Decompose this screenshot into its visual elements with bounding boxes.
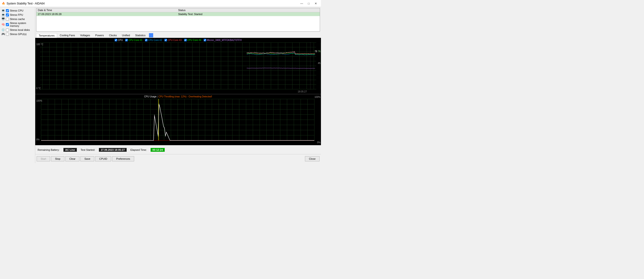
temp-chart-canvas <box>35 38 321 94</box>
cpu-usage-text: CPU Usage <box>144 95 156 98</box>
preferences-button[interactable]: Preferences <box>112 156 134 161</box>
temperature-chart: CPU CPU Core #1 CPU Core #2 CPU Core #3 <box>35 38 321 94</box>
log-col-status: Status <box>177 8 320 12</box>
stress-cache-item[interactable]: 🖥️ Stress cache <box>2 18 34 21</box>
charts-area: CPU CPU Core #1 CPU Core #2 CPU Core #3 <box>35 38 321 145</box>
bottom-buttons: Start Stop Clear Save CPUID Preferences … <box>35 154 321 163</box>
gpu-icon: 🎮 <box>2 33 5 36</box>
legend-core4: CPU Core #4 <box>184 39 201 41</box>
maximize-button[interactable]: □ <box>306 1 312 6</box>
stress-local-disks-checkbox[interactable] <box>6 29 9 32</box>
stress-cpu-item[interactable]: 💻 Stress CPU <box>2 9 34 12</box>
tab-cooling-fans[interactable]: Cooling Fans <box>57 33 78 38</box>
stress-gpu-label: Stress GPU(s) <box>10 33 26 36</box>
status-bar: Remaining Battery: AC Line Test Started:… <box>35 145 321 154</box>
color-indicator <box>149 33 153 37</box>
cpu-chart-canvas <box>35 94 321 145</box>
legend-cpu-label: CPU <box>118 39 123 41</box>
legend-core3: CPU Core #3 <box>164 39 182 41</box>
temp-val-76: 76 <box>318 50 320 53</box>
legend-core1-checkbox[interactable] <box>125 39 128 41</box>
legend-micron-checkbox[interactable] <box>204 39 206 41</box>
cpu-y-bottom: 0% <box>36 138 40 141</box>
legend-micron: Micron_3400_MTFDKBA2T0TFH <box>204 39 242 41</box>
temp-val-45: 45 <box>318 62 320 65</box>
legend-core3-checkbox[interactable] <box>164 39 167 41</box>
temp-y-top: 100 °C <box>36 43 44 46</box>
stop-button[interactable]: Stop <box>51 156 64 161</box>
legend-core3-label: CPU Core #3 <box>168 39 182 41</box>
temp-y-bottom: 0 °C <box>36 87 41 90</box>
title-bar-left: 🔥 System Stability Test - AIDA64 <box>2 2 45 5</box>
legend-cpu: CPU <box>115 39 123 41</box>
save-button[interactable]: Save <box>80 156 94 161</box>
log-table: Date & Time Status 27.09.2023 18:05:28 S… <box>36 8 320 16</box>
temp-chart-legend: CPU CPU Core #1 CPU Core #2 CPU Core #3 <box>115 39 242 41</box>
tab-temperatures[interactable]: Temperatures <box>36 33 57 38</box>
stress-local-disks-item[interactable]: 💿 Stress local disks <box>2 28 34 32</box>
legend-core4-label: CPU Core #4 <box>187 39 201 41</box>
tab-voltages[interactable]: Voltages <box>78 33 92 38</box>
test-started-label: Test Started: <box>80 148 95 151</box>
stress-local-disks-label: Stress local disks <box>10 29 30 31</box>
remaining-battery-label: Remaining Battery: <box>38 148 60 151</box>
log-status: Stability Test: Started <box>177 12 320 16</box>
cache-icon: 🖥️ <box>2 18 5 21</box>
stress-gpu-checkbox[interactable] <box>6 33 9 36</box>
cpu-y-top: 100% <box>36 100 42 102</box>
right-panel: Date & Time Status 27.09.2023 18:05:28 S… <box>35 7 321 163</box>
stress-cpu-checkbox[interactable] <box>6 9 9 12</box>
tabs-bar: Temperatures Cooling Fans Voltages Power… <box>35 33 321 38</box>
log-datetime: 27.09.2023 18:05:28 <box>36 12 177 16</box>
clear-button[interactable]: Clear <box>65 156 80 161</box>
cpu-right-top: 100% <box>314 96 320 98</box>
stress-fpu-item[interactable]: 💻 Stress FPU <box>2 13 34 17</box>
title-bar: 🔥 System Stability Test - AIDA64 — □ ✕ <box>0 0 321 7</box>
cpu-usage-label: CPU Usage | CPU Throttling (max: 12%) - … <box>144 95 212 98</box>
close-button[interactable]: Close <box>305 156 320 161</box>
close-window-button[interactable]: ✕ <box>312 1 319 6</box>
log-area: Date & Time Status 27.09.2023 18:05:28 S… <box>36 8 320 32</box>
legend-core1-label: CPU Core #1 <box>128 39 142 41</box>
window-title: System Stability Test - AIDA64 <box>6 2 45 5</box>
elapsed-label: Elapsed Time: <box>130 148 147 151</box>
stress-memory-item[interactable]: 🧠 Stress system memory <box>2 22 34 27</box>
legend-cpu-checkbox[interactable] <box>115 39 117 41</box>
stress-memory-label: Stress system memory <box>10 22 34 27</box>
stress-cache-checkbox[interactable] <box>6 18 9 21</box>
start-button[interactable]: Start <box>37 156 50 161</box>
app-icon: 🔥 <box>2 2 5 5</box>
cpu-usage-chart: CPU Usage | CPU Throttling (max: 12%) - … <box>35 94 321 145</box>
tab-statistics[interactable]: Statistics <box>132 33 148 38</box>
cpu-icon: 💻 <box>2 9 5 12</box>
legend-core1: CPU Core #1 <box>125 39 142 41</box>
temp-val-78: 78 <box>314 50 317 53</box>
title-bar-controls: — □ ✕ <box>298 1 319 6</box>
stress-memory-checkbox[interactable] <box>6 23 9 26</box>
battery-value: AC Line <box>64 148 77 152</box>
tab-powers[interactable]: Powers <box>92 33 106 38</box>
test-started-value: 27.09.2023 18:05:27 <box>99 148 127 152</box>
temp-cursor-time: 18:05:27 <box>298 90 307 93</box>
cpu-right-bottom: 0% <box>317 141 320 144</box>
minimize-button[interactable]: — <box>298 1 305 6</box>
stress-cpu-label: Stress CPU <box>10 9 23 12</box>
legend-core4-checkbox[interactable] <box>184 39 186 41</box>
fpu-icon: 💻 <box>2 13 5 17</box>
log-col-datetime: Date & Time <box>36 8 177 12</box>
cpuid-button[interactable]: CPUID <box>95 156 111 161</box>
stress-fpu-label: Stress FPU <box>10 14 23 16</box>
stress-gpu-item[interactable]: 🎮 Stress GPU(s) <box>2 33 34 36</box>
memory-icon: 🧠 <box>2 23 5 26</box>
main-area: 💻 Stress CPU 💻 Stress FPU 🖥️ Stress cach… <box>0 7 321 163</box>
stress-fpu-checkbox[interactable] <box>6 14 9 17</box>
legend-core2: CPU Core #2 <box>145 39 162 41</box>
stress-cache-label: Stress cache <box>10 18 25 21</box>
throttling-text: CPU Throttling (max: 12%) - Overheating … <box>158 95 212 98</box>
tab-unified[interactable]: Unified <box>119 33 132 38</box>
disk-icon: 💿 <box>2 28 5 32</box>
tab-clocks[interactable]: Clocks <box>106 33 119 38</box>
log-row-started: 27.09.2023 18:05:28 Stability Test: Star… <box>36 12 320 16</box>
legend-core2-checkbox[interactable] <box>145 39 147 41</box>
left-panel: 💻 Stress CPU 💻 Stress FPU 🖥️ Stress cach… <box>0 7 35 163</box>
